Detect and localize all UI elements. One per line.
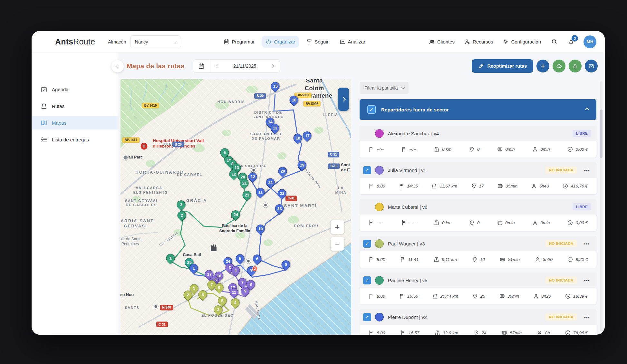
map-pin[interactable]: 1	[166, 254, 175, 263]
map-pin[interactable]: 5	[236, 254, 244, 263]
map-pin[interactable]: 9	[241, 287, 249, 296]
map-pin[interactable]: 21	[266, 178, 275, 187]
map-pin[interactable]: 11	[256, 188, 265, 196]
map-pin[interactable]: 17	[303, 131, 312, 140]
sidebar-item-rutas[interactable]: Rutas	[32, 99, 118, 113]
add-button[interactable]	[536, 60, 549, 72]
reoptimize-routes-button[interactable]: Reoptimizar rutas	[472, 59, 533, 73]
map-pin[interactable]: 3	[214, 306, 222, 314]
map-pin[interactable]: 12	[229, 170, 238, 179]
notifications-button[interactable]: 3	[567, 38, 575, 46]
stat-stops: 24	[473, 330, 487, 335]
map-pin[interactable]: 19	[298, 161, 306, 169]
map-pin[interactable]: 12	[248, 172, 257, 181]
map-label: Basílica de la Sagrada Família	[219, 224, 250, 234]
flag-icon	[368, 220, 374, 226]
map-pin[interactable]: 20	[278, 167, 287, 176]
calendar-picker-button[interactable]	[193, 60, 210, 72]
map-label: POBLENOU	[294, 224, 318, 228]
sidebar-item-lista-entregas[interactable]: Lista de entregas	[32, 133, 118, 146]
road-icon	[434, 330, 440, 335]
routes-map[interactable]: Santa Colom de GrameneSant de ENOU BARRI…	[121, 79, 351, 335]
map-label: Santa Colom de Gramene	[296, 79, 333, 100]
map-pin[interactable]: 4	[231, 266, 240, 275]
collapse-sidebar-button[interactable]	[111, 60, 124, 72]
stat-distance: 0 km	[434, 220, 451, 226]
stat-start-time: 8:00	[368, 293, 385, 299]
warehouse-select[interactable]: Nancy	[130, 35, 181, 48]
map-zoom-in-button[interactable]: +	[331, 220, 344, 234]
driver-checkbox[interactable]: ✓	[363, 166, 371, 174]
driver-row[interactable]: ✓ Paul Wagner | v3 NO INICIADA •••	[360, 236, 596, 251]
map-pin[interactable]: 1	[189, 264, 198, 273]
map-pin[interactable]: 8	[198, 290, 207, 299]
map-pin[interactable]: 9	[282, 260, 290, 269]
map-pin[interactable]: 5	[220, 148, 229, 157]
map-pin[interactable]: 22	[278, 189, 286, 198]
section-checkbox[interactable]: ✓	[367, 105, 376, 114]
map-pin[interactable]: 11	[229, 288, 238, 297]
map-pin[interactable]: 13	[271, 124, 279, 132]
nav-clientes[interactable]: Clientes	[428, 37, 455, 47]
tab-seguir[interactable]: Seguir	[302, 36, 332, 48]
driver-row[interactable]: ✓ Pierre Dupont | v2 NO INICIADA •••	[360, 309, 596, 325]
map-pin[interactable]: 5	[218, 296, 227, 305]
scrollbar-thumb[interactable]	[600, 110, 603, 158]
mail-button[interactable]	[585, 60, 598, 72]
section-repartidores-fuera-de-sector[interactable]: ✓ Repartidores fuera de sector	[360, 99, 596, 120]
driver-checkbox[interactable]: ✓	[363, 313, 371, 321]
map-pin[interactable]: 21	[240, 179, 248, 187]
map-zoom-out-button[interactable]: −	[331, 237, 344, 251]
sidebar-item-mapas[interactable]: Mapas	[32, 116, 118, 129]
map-pin[interactable]: 23	[242, 191, 251, 200]
tab-programar[interactable]: Programar	[220, 36, 259, 48]
map-pin[interactable]: 6	[253, 254, 261, 263]
driver-row[interactable]: ✓ Julia Virmond | v1 NO INICIADA •••	[360, 162, 596, 178]
sidebar-item-agenda[interactable]: Agenda	[32, 82, 118, 96]
map-pin[interactable]: 7	[238, 278, 247, 287]
antsroute-logo[interactable]: AntsRoute	[41, 36, 95, 47]
cost-down-icon	[567, 220, 573, 226]
warehouse-label: Almacén	[108, 39, 126, 44]
filter-screen-dropdown[interactable]: Filtrar la pantalla	[360, 82, 409, 94]
map-pin[interactable]: 24	[231, 210, 240, 219]
map-pin[interactable]: 23	[275, 205, 284, 213]
search-button[interactable]	[550, 38, 558, 46]
next-day-button[interactable]	[265, 60, 280, 72]
driver-row[interactable]: Alexandre Sanchez | v4 LIBRE	[360, 126, 596, 141]
expand-panel-tab[interactable]	[338, 88, 349, 111]
more-menu-button[interactable]: •••	[584, 315, 590, 320]
more-menu-button[interactable]: •••	[584, 278, 590, 283]
tab-analizar[interactable]: Analizar	[336, 36, 369, 48]
tab-organizar[interactable]: Organizar	[262, 36, 299, 48]
more-menu-button[interactable]: •••	[584, 168, 590, 173]
driver-row[interactable]: ✓ Pauline Henry | v5 NO INICIADA •••	[360, 273, 596, 288]
panel-scrollbar[interactable]	[600, 81, 603, 331]
driver-row[interactable]: Marta Cubarsi | v6 LIBRE	[360, 199, 596, 215]
nav-configuracion[interactable]: Configuración	[502, 37, 542, 47]
driver-card: ✓ Pierre Dupont | v2 NO INICIADA ••• 8:0…	[360, 309, 596, 335]
map-pin[interactable]: 18	[293, 134, 302, 143]
cluster-badge[interactable]: 2	[252, 266, 258, 272]
map-pin[interactable]: 4	[231, 298, 239, 307]
stat-drive-time: 21min	[499, 256, 520, 263]
lock-button[interactable]	[569, 60, 582, 72]
map-pin[interactable]: 6	[215, 283, 224, 292]
nav-recursos[interactable]: Recursos	[464, 37, 494, 47]
map-label: LLEFIÀ	[323, 113, 338, 117]
driver-checkbox[interactable]: ✓	[363, 240, 371, 248]
cloud-download-button[interactable]	[553, 60, 565, 72]
map-pin[interactable]: 2	[184, 291, 192, 299]
map-pin[interactable]: 16	[290, 96, 298, 105]
more-menu-button[interactable]: •••	[584, 241, 590, 246]
map-pin[interactable]: 10	[256, 225, 265, 233]
map-label: Sant de E	[341, 162, 350, 173]
previous-day-button[interactable]	[210, 60, 224, 72]
map-pin[interactable]: 3	[177, 201, 185, 209]
warehouse-value: Nancy	[135, 39, 148, 44]
map-pin[interactable]: 15	[271, 82, 279, 91]
transit-station-icon	[246, 258, 251, 264]
user-avatar[interactable]: MH	[584, 35, 596, 48]
driver-checkbox[interactable]: ✓	[363, 276, 371, 284]
map-pin[interactable]: 2	[177, 211, 186, 220]
